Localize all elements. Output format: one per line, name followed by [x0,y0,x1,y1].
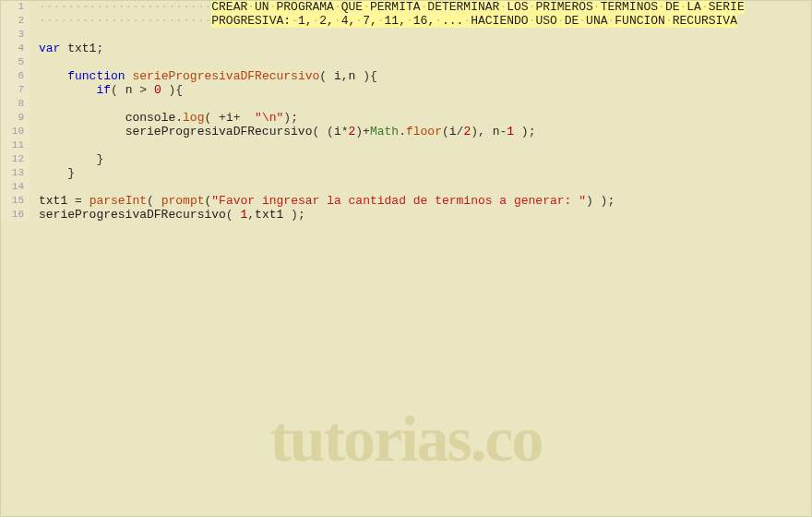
code-line[interactable]: ························CREAR·UN·PROGRAM… [30,0,812,14]
line-number: 9 [4,111,24,125]
code-line[interactable] [30,55,812,69]
code-line[interactable]: serieProgresivaDFRecursivo( (i*2)+Math.f… [30,125,812,138]
token-punc: ), [471,125,492,138]
line-number-gutter: 12345678910111213141516 [0,0,30,222]
line-number: 3 [4,28,24,42]
token-ident: i [226,111,233,125]
token-punc: . [175,111,183,125]
token-fn: log [183,111,204,125]
token-punc: ){ [161,83,183,97]
comment-text: PROGRESIVA:·1,·2,·4,·7,·11,·16,·...·HACI… [211,14,737,28]
watermark-logo: tutorias.co [0,403,812,476]
line-number: 15 [4,194,24,208]
token-punc: ( [111,83,125,97]
line-number: 14 [4,180,24,194]
token-punc: , [341,69,349,83]
code-line[interactable]: if( n > 0 ){ [30,83,812,97]
token-punc: ( [442,125,449,138]
code-area[interactable]: ························CREAR·UN·PROGRAM… [30,0,812,222]
token-punc: ; [96,42,103,55]
code-line[interactable] [30,28,812,42]
token-punc: + [219,111,226,125]
code-line[interactable]: ························PROGRESIVA:·1,·2… [30,14,812,28]
line-number: 12 [4,152,24,166]
line-number: 11 [4,138,24,152]
token-punc: ){ [355,69,376,83]
line-number: 10 [4,125,24,138]
token-punc: = [75,194,82,208]
token-kw: function [67,69,125,83]
code-line[interactable] [30,97,812,111]
token-fn: prompt [161,194,205,208]
token-punc: ( [204,111,219,125]
line-number: 7 [4,83,24,97]
token-punc: } [67,166,75,180]
comment-text: CREAR·UN·PROGRAMA·QUE·PERMITA·DETERMINAR… [211,0,745,14]
token-punc: + [233,111,241,125]
token-punc: , [247,208,255,222]
code-line[interactable]: } [30,166,812,180]
code-line[interactable] [30,138,812,152]
token-ident: console [125,111,176,125]
token-num: 0 [154,83,161,97]
line-number: 6 [4,69,24,83]
token-ident: txt1 [67,42,96,55]
line-number: 2 [4,14,24,28]
token-obj: Math [370,125,399,138]
token-punc: } [96,152,103,166]
token-ident: txt1 [39,194,67,208]
token-fn: serieProgresivaDFRecursivo [132,69,319,83]
token-ident: txt1 [255,208,283,222]
token-punc: ( [226,208,241,222]
code-line[interactable]: serieProgresivaDFRecursivo( 1,txt1 ); [30,208,812,222]
line-number: 13 [4,166,24,180]
code-line[interactable]: var txt1; [30,42,812,55]
token-punc: ); [283,111,298,125]
token-punc: . [399,125,406,138]
token-punc: )+ [355,125,370,138]
token-punc: ) ); [586,194,615,208]
line-number: 5 [4,55,24,69]
code-line[interactable]: console.log( +i+ "\n"); [30,111,812,125]
token-ident: i [334,125,341,138]
token-fn: floor [406,125,442,138]
code-editor[interactable]: 12345678910111213141516 ················… [0,0,812,222]
token-fn: parseInt [90,194,147,208]
token-punc: ); [283,208,304,222]
code-line[interactable]: txt1 = parseInt( prompt("Favor ingresar … [30,194,812,208]
line-number: 16 [4,208,24,222]
token-kw: var [39,42,60,55]
token-punc: ( [319,69,334,83]
token-punc: > [139,83,147,97]
line-number: 8 [4,97,24,111]
token-kw: if [96,83,111,97]
token-ident: serieProgresivaDFRecursivo [39,208,226,222]
token-ident: i [334,69,341,83]
token-str: "Favor ingresar la cantidad de terminos … [211,194,586,208]
token-punc: ( [147,194,161,208]
token-ident: i [449,125,457,138]
code-line[interactable]: function serieProgresivaDFRecursivo( i,n… [30,69,812,83]
token-punc: ( ( [312,125,333,138]
token-num: 1 [507,125,514,138]
token-punc: * [341,125,349,138]
line-number: 4 [4,42,24,55]
token-ident: serieProgresivaDFRecursivo [125,125,313,138]
code-line[interactable]: } [30,152,812,166]
code-line[interactable] [30,180,812,194]
line-number: 1 [4,0,24,14]
token-str: "\n" [255,111,283,125]
token-punc: ); [514,125,535,138]
